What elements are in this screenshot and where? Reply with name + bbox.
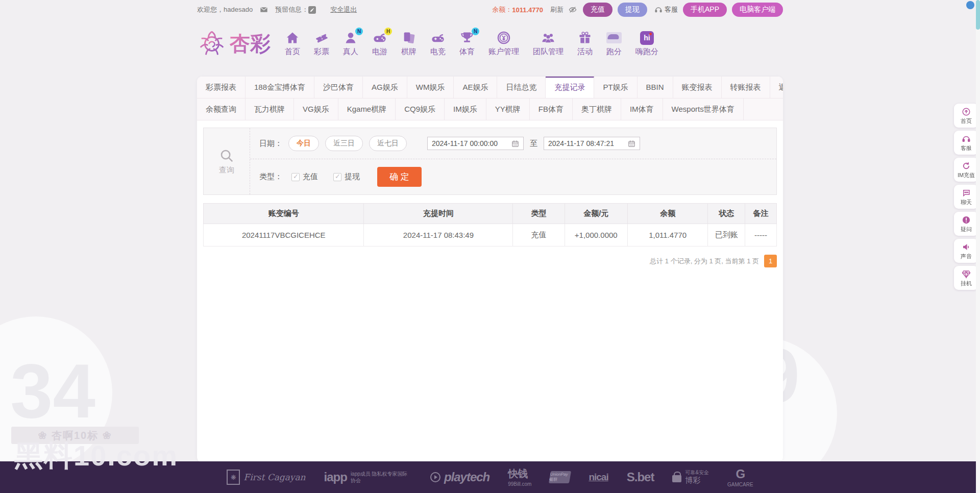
quick-today-button[interactable]: 今日 — [288, 136, 319, 151]
footer-logo-sbet: S.bet — [627, 470, 654, 484]
pc-client-button[interactable]: 电脑客户端 — [732, 3, 783, 17]
footer-logo-99bill: 快钱 99Bill.com — [508, 467, 531, 487]
nav-item-lottery[interactable]: 彩票 — [314, 30, 329, 57]
cell-change-id: 20241117VBCGICEHCE — [204, 224, 364, 246]
tab-balance-query[interactable]: 余额查询 — [197, 98, 246, 120]
float-label: 客服 — [961, 144, 972, 152]
nav-label: 彩票 — [314, 47, 329, 57]
page-1-button[interactable]: 1 — [764, 255, 777, 267]
pagination-summary: 总计 1 个记录, 分为 1 页, 当前第 1 页 — [650, 257, 759, 266]
footer-logo-text: G — [727, 467, 753, 481]
float-label: 挂机 — [961, 280, 972, 287]
tab-bbin[interactable]: BBIN — [638, 77, 673, 98]
float-idle-button[interactable]: 挂机 — [954, 266, 978, 290]
nav-item-promotions[interactable]: 活动 — [577, 30, 593, 57]
nav-item-egames[interactable]: H 电游 — [372, 30, 387, 57]
tab-odin-cards[interactable]: 奥丁棋牌 — [573, 98, 621, 120]
nav-label: 首页 — [285, 47, 300, 57]
edit-icon[interactable] — [308, 6, 316, 14]
nav-item-esports[interactable]: 电竞 — [430, 30, 446, 57]
footer-logo-first-cagayan: ❋ First Cagayan — [227, 470, 305, 485]
confirm-button[interactable]: 确 定 — [377, 167, 422, 187]
service-link[interactable]: 客服 — [654, 5, 678, 14]
tab-rebate-total[interactable]: 返点总额 — [770, 77, 783, 98]
header-amount: 金额/元 — [565, 204, 628, 224]
tab-wali-cards[interactable]: 瓦力棋牌 — [246, 98, 294, 120]
quick-7days-button[interactable]: 近七日 — [369, 136, 407, 151]
tab-188-sports[interactable]: 188金宝搏体育 — [246, 77, 314, 98]
float-service-button[interactable]: 客服 — [954, 131, 978, 155]
tab-im-entertainment[interactable]: IM娱乐 — [445, 98, 486, 120]
tab-kgame[interactable]: Kgame棋牌 — [338, 98, 396, 120]
type-withdraw-checkbox[interactable]: 提现 — [333, 172, 360, 182]
withdraw-button[interactable]: 提现 — [618, 3, 647, 17]
nav-item-live[interactable]: N 真人 — [343, 30, 358, 57]
gem-icon — [962, 269, 971, 279]
nav-item-paofen[interactable]: 跑分 — [606, 30, 622, 57]
table-header-row: 账变编号 充提时间 类型 金额/元 余额 状态 备注 — [204, 204, 777, 224]
speaker-icon — [962, 242, 971, 252]
tab-daily-summary[interactable]: 日结总览 — [497, 77, 546, 98]
nav-label: 真人 — [343, 47, 358, 57]
deposit-button[interactable]: 充值 — [583, 3, 612, 17]
scrollbar-thumb[interactable] — [976, 0, 980, 30]
float-sound-button[interactable]: 声音 — [954, 239, 978, 263]
chat-widget-bubble[interactable] — [966, 1, 974, 9]
site-logo[interactable]: 杏彩 — [197, 29, 271, 58]
nav-item-account[interactable]: 账户管理 — [488, 30, 519, 57]
envelope-icon[interactable] — [260, 6, 268, 14]
nav-label: 电游 — [372, 47, 387, 57]
nav-badge-n: N — [355, 28, 363, 35]
tab-vg[interactable]: VG娱乐 — [294, 98, 338, 120]
quick-3days-button[interactable]: 近三日 — [325, 136, 363, 151]
scrollbar-track[interactable] — [976, 0, 980, 493]
date-to-input[interactable] — [548, 139, 625, 147]
cards-icon — [401, 30, 416, 45]
float-chat-button[interactable]: 聊天 — [954, 185, 978, 209]
float-label: IM充值 — [958, 171, 975, 179]
tab-fb-sports[interactable]: FB体育 — [530, 98, 573, 120]
tab-account-change-report[interactable]: 账变报表 — [673, 77, 722, 98]
mobile-app-button[interactable]: 手机APP — [683, 3, 727, 17]
header-type: 类型 — [513, 204, 565, 224]
footer-logo-subtext: GAMCARE — [727, 481, 753, 488]
tab-cq9[interactable]: CQ9娱乐 — [396, 98, 445, 120]
tab-pt[interactable]: PT娱乐 — [594, 77, 637, 98]
nav-item-hi-paofen[interactable]: hi 嗨跑分 — [635, 30, 658, 57]
nav-item-team[interactable]: 团队管理 — [533, 30, 564, 57]
query-panel-label: 查询 — [204, 128, 250, 194]
headset-icon — [654, 6, 663, 14]
calendar-icon[interactable] — [511, 140, 519, 147]
headset-icon — [962, 134, 971, 143]
type-deposit-checkbox[interactable]: 充值 — [291, 172, 318, 182]
tab-deposit-withdraw-records[interactable]: 充提记录 — [546, 77, 594, 98]
tab-ag[interactable]: AG娱乐 — [363, 77, 407, 98]
logout-link[interactable]: 安全退出 — [330, 5, 357, 14]
tab-im-sports[interactable]: IM体育 — [621, 98, 663, 120]
tab-lottery-report[interactable]: 彩票报表 — [197, 77, 246, 98]
float-im-recharge-button[interactable]: IM充值 — [954, 158, 978, 182]
nav-item-home[interactable]: 首页 — [285, 30, 300, 57]
tab-wesports[interactable]: Wesports世界体育 — [663, 98, 744, 120]
nav-item-cards[interactable]: 棋牌 — [401, 30, 416, 57]
tab-wm[interactable]: WM娱乐 — [407, 77, 454, 98]
tab-ae[interactable]: AE娱乐 — [454, 77, 497, 98]
tab-transfer-report[interactable]: 转账报表 — [722, 77, 770, 98]
chat-bubble-icon — [962, 188, 971, 198]
paofen-image-icon — [606, 30, 622, 45]
refresh-link[interactable]: 刷新 — [550, 5, 564, 14]
date-from-input[interactable] — [432, 139, 508, 147]
footer-logo-text: UnionPay 银联 — [549, 471, 571, 483]
tab-saba-sports[interactable]: 沙巴体育 — [314, 77, 363, 98]
tab-yy-cards[interactable]: YY棋牌 — [486, 98, 530, 120]
float-question-button[interactable]: 疑问 — [954, 212, 978, 236]
eye-off-icon[interactable] — [568, 6, 578, 14]
hi-app-icon: hi — [640, 30, 655, 45]
float-home-button[interactable]: 首页 — [954, 104, 978, 128]
nav-item-sports[interactable]: N 体育 — [459, 30, 475, 57]
float-label: 声音 — [961, 253, 972, 260]
calendar-icon[interactable] — [628, 140, 635, 147]
float-label: 疑问 — [961, 226, 972, 233]
header: 杏彩 首页 彩票 N — [0, 19, 980, 67]
records-table: 账变编号 充提时间 类型 金额/元 余额 状态 备注 20241117VBCGI… — [203, 203, 777, 246]
